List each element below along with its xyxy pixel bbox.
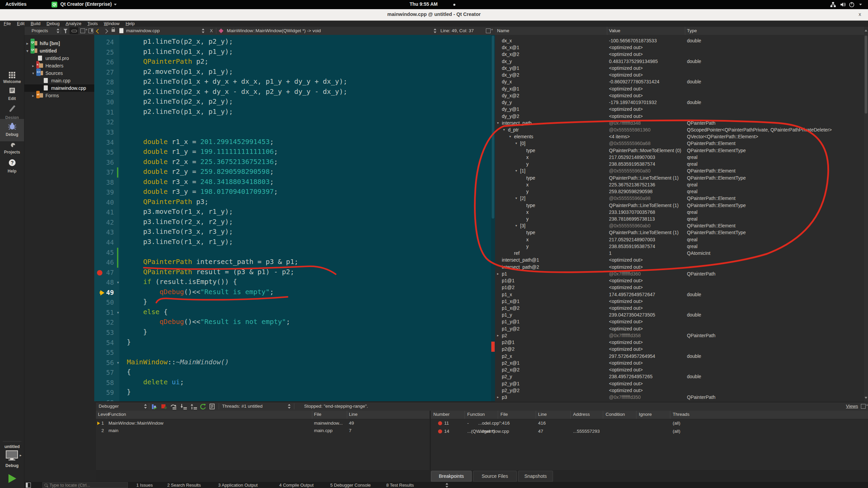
locals-row[interactable]: dy_y@2<optimized out> [495,113,868,120]
tree-item-sources[interactable]: ▾C+Sources [24,69,94,77]
collapse-icon[interactable]: ▾ [515,140,517,147]
tree-item-mainwindow-cpp[interactable]: mainwindow.cpp [24,84,94,92]
locals-row[interactable]: dx_x-100.56567051873533double [495,37,868,44]
mode-edit[interactable]: Edit [0,87,24,101]
collapse-icon[interactable]: ▾ [515,167,517,174]
locals-row[interactable]: p2_x297.57264957264954double [495,353,868,360]
volume-icon[interactable] [840,2,846,7]
locals-row[interactable]: dx_y@1<optimized out> [495,65,868,72]
locals-row[interactable]: p2_x@1<optimized out> [495,360,868,366]
locals-row[interactable]: p2@1<optimized out> [495,339,868,346]
split-editor-icon[interactable] [486,28,491,33]
locals-row[interactable]: p1@2<optimized out> [495,284,868,291]
app-menu-button[interactable]: Qt Creator (Enterprise) [60,1,117,7]
breakpoint-row[interactable]: 11-...odel.cpp":416416(all) [431,420,868,427]
scroll-down-icon[interactable] [865,397,867,399]
output-pane-button-8[interactable]: 8 Test Results [386,483,414,488]
locator-input[interactable]: Type to locate (Ctrl... [42,482,128,488]
locals-row[interactable]: ▾elements<4 items>QVector<QPainterPath::… [495,133,868,140]
output-pane-spinner-icon[interactable] [446,483,449,488]
locals-row[interactable]: typeQPainterPath::LineToElement (1)QPain… [495,202,868,209]
locals-row[interactable]: x217.05292148907003qreal [495,236,868,243]
mode-projects[interactable]: Projects [0,140,24,155]
output-pane-button-1[interactable]: 1 Issues [136,483,153,488]
locals-row[interactable]: intersect_path@1<optimized out> [495,257,868,263]
menu-debug[interactable]: Debug [43,21,62,26]
locals-row[interactable]: dy_y@1<optimized out> [495,106,868,113]
menu-build[interactable]: Build [27,21,43,26]
locals-row[interactable]: typeQPainterPath::MoveToElement (0)QPain… [495,147,868,154]
close-document-icon[interactable]: X [210,28,213,33]
stack-row[interactable]: 1MainWindow::MainWindowmainwindow...49 [96,420,430,427]
mode-welcome[interactable]: Welcome [0,69,24,84]
combo-spinner-icon[interactable] [144,404,147,409]
window-titlebar[interactable]: mainwindow.cpp @ untitled - Qt Creator x [0,9,868,21]
locals-row[interactable]: ▾[2]@0x555555960a98QPainterPath::Element [495,195,868,202]
expand-icon[interactable]: ▸ [32,62,34,69]
power-icon[interactable] [849,2,855,7]
system-menu-chevron-icon[interactable] [859,4,862,5]
locals-row[interactable]: x217.05292148907003qreal [495,154,868,161]
tree-item-untitled[interactable]: ▾Qtuntitled [24,47,94,55]
go-forward-icon[interactable] [103,29,108,34]
locals-row[interactable]: dy_x@1<optimized out> [495,85,868,92]
locals-row[interactable]: p2_y@2<optimized out> [495,387,868,394]
collapse-icon[interactable]: ▾ [515,222,517,229]
tree-item-untitled-pro[interactable]: untitled.pro [24,55,94,62]
locals-row[interactable]: dx_y0.48317375299134985double [495,58,868,65]
locals-row[interactable]: p1_x@1<optimized out> [495,298,868,305]
combo-spinner-icon[interactable] [288,404,291,409]
views-menu-icon[interactable] [861,404,866,409]
tree-item-headers[interactable]: ▸hHeaders [24,62,94,69]
tab-source-files[interactable]: Source Files [473,471,516,482]
locals-row[interactable]: typeQPainterPath::LineToElement (1)QPain… [495,175,868,181]
collapse-icon[interactable]: ▾ [26,47,28,55]
close-pane-icon[interactable] [88,28,93,33]
stop-icon[interactable] [161,404,168,410]
toggle-sidebar-icon[interactable] [26,483,31,488]
expand-icon[interactable]: ▸ [32,92,34,99]
expand-icon[interactable]: ▸ [26,40,28,47]
locals-row[interactable]: p1_y@2<optimized out> [495,325,868,332]
restart-icon[interactable] [200,403,206,410]
locals-scrollbar[interactable] [864,27,868,402]
scrollbar-thumb[interactable] [865,36,867,114]
combo-spinner-icon[interactable] [202,28,205,34]
locals-row[interactable]: x225.36752136752136qreal [495,181,868,188]
locals-row[interactable]: p1_x@2<optimized out> [495,305,868,311]
filter-icon[interactable] [63,29,67,31]
expand-icon[interactable]: ▸ [497,394,499,401]
kit-selector-monitor-icon[interactable] [6,450,19,461]
network-icon[interactable] [830,2,836,7]
collapse-icon[interactable]: ▾ [515,195,517,202]
tab-breakpoints[interactable]: Breakpoints [431,471,472,482]
locals-row[interactable]: dx_x@1<optimized out> [495,44,868,51]
locals-row[interactable]: x233.19037070035768qreal [495,209,868,216]
split-pane-icon[interactable] [80,28,85,33]
collapse-icon[interactable]: ▾ [497,120,499,126]
window-close-button[interactable]: x [856,11,863,17]
locals-row[interactable]: ▾intersect_path@0x7fffffffd348QPainterPa… [495,120,868,126]
locals-row[interactable]: y238.78186995738113qreal [495,216,868,222]
open-file-combo[interactable]: mainwindow.cpp [126,28,160,33]
output-pane-button-2[interactable]: 2 Search Results [167,483,201,488]
projects-pane-combo[interactable]: Projects [32,28,48,33]
expand-icon[interactable]: ▸ [497,332,499,339]
editor-gutter[interactable]: 2425262728293031323334353637383940414243… [94,35,119,401]
locals-row[interactable]: ▾d_ptr@0x555555981360QScopedPointer<QPai… [495,126,868,133]
tree-item-forms[interactable]: ▸uiForms [24,92,94,99]
locals-row[interactable]: ▸p1@0x7fffffffd360QPainterPath [495,270,868,277]
code-editor[interactable]: 2425262728293031323334353637383940414243… [94,35,491,401]
locals-row[interactable]: ▾[3]@0x555555960ab0QPainterPath::Element [495,222,868,229]
fold-marker-icon[interactable]: ▾ [116,278,120,288]
locals-row[interactable]: ▸p3@0x7fffffffd350QPainterPath [495,394,868,401]
fold-marker-icon[interactable]: ▾ [116,358,120,368]
menu-tools[interactable]: Tools [84,21,101,26]
combo-spinner-icon[interactable] [57,28,60,34]
combo-spinner-icon[interactable] [434,28,437,34]
continue-icon[interactable] [152,404,158,410]
locals-row[interactable]: intersect_path@2<optimized out> [495,264,868,270]
locals-row[interactable]: p2_y@1<optimized out> [495,380,868,387]
locals-row[interactable]: dy_x-0.86092777805731424double [495,78,868,85]
tab-snapshots[interactable]: Snapshots [518,471,553,482]
